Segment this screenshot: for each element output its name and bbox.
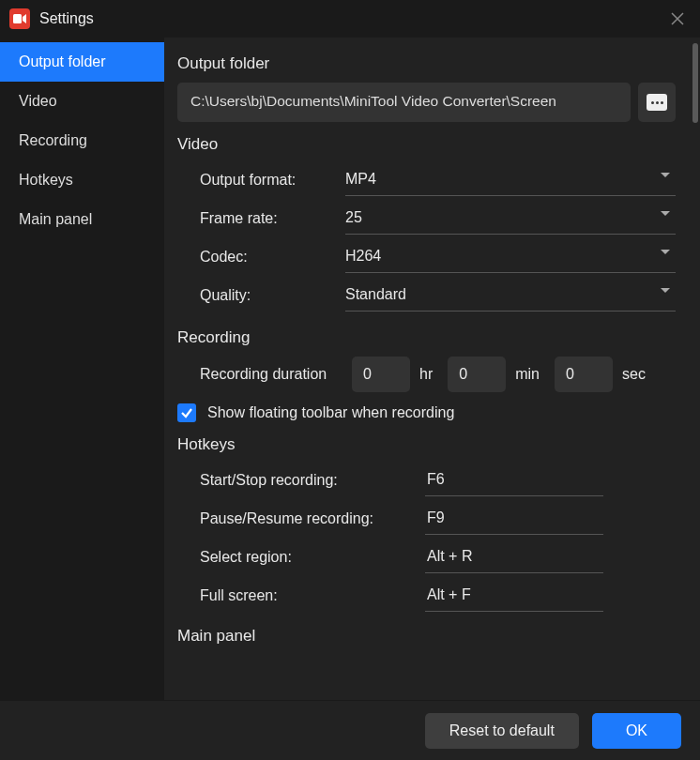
frame-rate-select[interactable]: 25 (345, 202, 676, 235)
full-screen-hotkey-input[interactable]: Alt + F (425, 579, 603, 612)
sidebar-item-label: Video (19, 93, 57, 109)
show-toolbar-checkbox[interactable] (177, 403, 196, 422)
browse-button[interactable] (638, 83, 676, 122)
duration-sec-input[interactable] (555, 357, 613, 392)
app-icon (9, 8, 30, 29)
sidebar-item-main-panel[interactable]: Main panel (0, 200, 164, 239)
content-pane: Output folder C:\Users\bj\Documents\Mini… (164, 38, 692, 700)
select-value: MP4 (345, 171, 376, 187)
sidebar-item-label: Recording (19, 132, 87, 148)
reset-to-default-button[interactable]: Reset to default (425, 713, 579, 749)
chevron-down-icon (661, 250, 670, 254)
ok-button[interactable]: OK (592, 713, 681, 749)
select-value: H264 (345, 248, 381, 264)
sidebar: Output folder Video Recording Hotkeys Ma… (0, 38, 164, 700)
select-value: 25 (345, 209, 362, 225)
svg-rect-0 (13, 14, 22, 23)
sidebar-item-label: Output folder (19, 53, 106, 69)
quality-label: Quality: (200, 280, 345, 312)
sidebar-item-recording[interactable]: Recording (0, 121, 164, 160)
codec-label: Codec: (200, 241, 345, 273)
sidebar-item-hotkeys[interactable]: Hotkeys (0, 160, 164, 200)
section-title-output-folder: Output folder (177, 54, 676, 73)
duration-min-input[interactable] (448, 357, 506, 392)
output-format-select[interactable]: MP4 (345, 163, 676, 196)
chevron-down-icon (661, 173, 670, 177)
sidebar-item-output-folder[interactable]: Output folder (0, 42, 164, 82)
section-title-video: Video (177, 135, 676, 154)
full-screen-label: Full screen: (200, 580, 425, 612)
select-value: Standard (345, 286, 406, 302)
scrollbar[interactable] (692, 38, 700, 700)
recording-duration-label: Recording duration (200, 358, 352, 390)
section-title-main-panel: Main panel (177, 627, 676, 646)
select-region-hotkey-input[interactable]: Alt + R (425, 540, 603, 573)
codec-select[interactable]: H264 (345, 240, 676, 273)
ellipsis-icon (647, 94, 667, 111)
sidebar-item-label: Main panel (19, 211, 92, 227)
section-title-hotkeys: Hotkeys (177, 435, 676, 454)
sec-unit: sec (622, 366, 646, 383)
output-format-label: Output format: (200, 164, 345, 196)
output-path-field[interactable]: C:\Users\bj\Documents\MiniTool Video Con… (177, 83, 631, 122)
sidebar-item-label: Hotkeys (19, 172, 73, 188)
chevron-down-icon (661, 211, 670, 216)
select-region-label: Select region: (200, 541, 425, 573)
hr-unit: hr (419, 366, 433, 383)
start-stop-hotkey-input[interactable]: F6 (425, 464, 603, 496)
titlebar: Settings (0, 0, 700, 38)
close-icon[interactable] (664, 6, 691, 32)
chevron-down-icon (661, 288, 670, 293)
pause-resume-label: Pause/Resume recording: (200, 503, 425, 535)
section-title-recording: Recording (177, 328, 676, 347)
frame-rate-label: Frame rate: (200, 203, 345, 235)
duration-hr-input[interactable] (352, 357, 410, 392)
footer: Reset to default OK (0, 700, 700, 760)
start-stop-label: Start/Stop recording: (200, 464, 425, 496)
sidebar-item-video[interactable]: Video (0, 82, 164, 121)
scrollbar-thumb[interactable] (692, 43, 698, 123)
window-title: Settings (39, 10, 94, 27)
pause-resume-hotkey-input[interactable]: F9 (425, 502, 603, 535)
check-icon (180, 406, 193, 419)
show-toolbar-label: Show floating toolbar when recording (207, 404, 454, 421)
min-unit: min (515, 366, 540, 383)
quality-select[interactable]: Standard (345, 279, 676, 312)
